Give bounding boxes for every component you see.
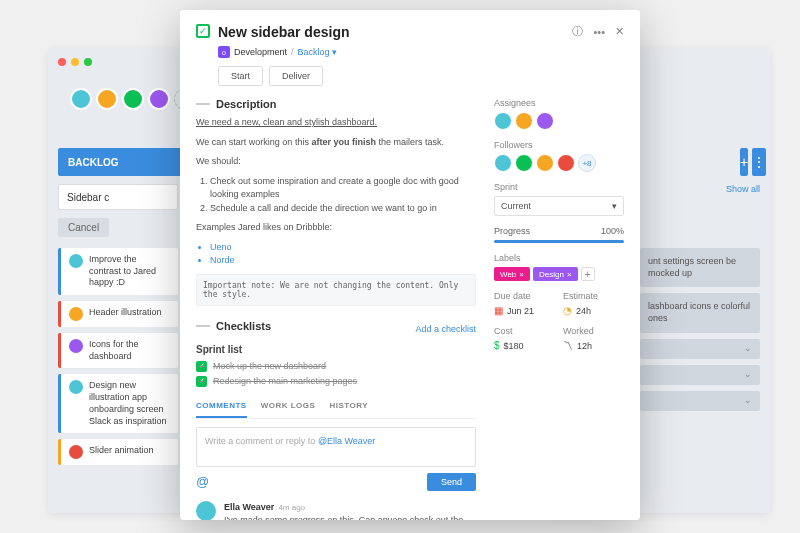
assignees-list[interactable]	[494, 112, 624, 130]
list-item-collapsed[interactable]: ⌄	[640, 391, 760, 411]
add-label-button[interactable]: +	[581, 267, 595, 281]
worked-label: Worked	[563, 326, 624, 336]
column-menu-button[interactable]: ⋮	[752, 148, 766, 176]
list-item[interactable]: Slider animation	[58, 439, 178, 465]
team-avatars: +	[70, 88, 196, 110]
search-input[interactable]	[58, 184, 178, 210]
info-icon[interactable]: ⓘ	[572, 24, 583, 39]
worked-value[interactable]: 〽12h	[563, 340, 624, 351]
checklist-name[interactable]: Sprint list	[196, 344, 476, 355]
mention-icon[interactable]: @	[196, 474, 209, 489]
checklists-heading: Checklists	[216, 320, 271, 332]
sprint-select[interactable]: Current▾	[494, 196, 624, 216]
avatar	[69, 307, 83, 321]
checkbox-icon[interactable]: ✓	[196, 376, 207, 387]
list-item[interactable]: lashboard icons e colorful ones	[640, 293, 760, 332]
list-item[interactable]: Icons for the dashboard	[58, 333, 178, 368]
avatar	[69, 380, 83, 394]
checklist-item[interactable]: ✓Redesign the main marketing pages	[196, 376, 476, 387]
followers-list[interactable]: +8	[494, 154, 624, 172]
checkbox-icon[interactable]: ✓	[196, 361, 207, 372]
chart-icon: 〽	[563, 340, 573, 351]
chevron-down-icon: ▾	[612, 201, 617, 211]
remove-icon[interactable]: ×	[567, 270, 572, 279]
comment-time: 4m ago	[278, 503, 305, 512]
task-complete-checkbox[interactable]: ✓	[196, 24, 210, 38]
list-item[interactable]: Improve the contrast to Jared happy :D	[58, 248, 178, 295]
tab-history[interactable]: HISTORY	[329, 401, 368, 418]
list-item[interactable]: Design new illustration app onboarding s…	[58, 374, 178, 433]
tab-worklogs[interactable]: WORK LOGS	[261, 401, 316, 418]
cost-value[interactable]: $$180	[494, 340, 555, 351]
progress-label: Progress	[494, 226, 530, 236]
deliver-button[interactable]: Deliver	[269, 66, 323, 86]
assignees-label: Assignees	[494, 98, 624, 108]
progress-bar	[494, 240, 624, 243]
add-checklist-link[interactable]: Add a checklist	[415, 324, 476, 334]
start-button[interactable]: Start	[218, 66, 263, 86]
comment-author[interactable]: Ella Weaver	[224, 502, 274, 512]
cost-label: Cost	[494, 326, 555, 336]
task-title[interactable]: New sidebar design	[218, 24, 349, 40]
project-badge: o	[218, 46, 230, 58]
show-all-link[interactable]: Show all	[726, 184, 760, 194]
calendar-icon: ▦	[494, 305, 503, 316]
progress-value: 100%	[601, 226, 624, 236]
duedate-value[interactable]: ▦Jun 21	[494, 305, 555, 316]
followers-label: Followers	[494, 140, 624, 150]
add-card-button[interactable]: +	[740, 148, 748, 176]
more-icon[interactable]: •••	[593, 26, 605, 38]
avatar	[69, 445, 83, 459]
dollar-icon: $	[494, 340, 500, 351]
window-controls	[58, 58, 92, 66]
clock-icon: ◔	[563, 305, 572, 316]
task-modal: ✓ New sidebar design ⓘ ••• ✕ o Developme…	[180, 10, 640, 520]
label-chip[interactable]: Design ×	[533, 267, 578, 281]
activity-tabs: COMMENTS WORK LOGS HISTORY	[196, 401, 476, 419]
estimate-value[interactable]: ◔24h	[563, 305, 624, 316]
send-button[interactable]: Send	[427, 473, 476, 491]
comment-input[interactable]: Write a comment or reply to @Ella Weaver	[196, 427, 476, 467]
estimate-label: Estimate	[563, 291, 624, 301]
label-chip[interactable]: Web ×	[494, 267, 530, 281]
labels-label: Labels	[494, 253, 624, 263]
comment-item: Ella Weaver4m ago I've made some progres…	[196, 501, 476, 521]
description-heading: Description	[216, 98, 277, 110]
section-icon	[196, 103, 210, 105]
list-item[interactable]: unt settings screen be mocked up	[640, 248, 760, 287]
checklist-item[interactable]: ✓Mock up the new dashboard	[196, 361, 476, 372]
status-link[interactable]: Backlog ▾	[298, 47, 338, 57]
avatar	[69, 339, 83, 353]
avatar	[196, 501, 216, 521]
tab-comments[interactable]: COMMENTS	[196, 401, 247, 418]
avatar	[69, 254, 83, 268]
description-content[interactable]: We need a new, clean and stylish dashboa…	[196, 116, 476, 306]
close-icon[interactable]: ✕	[615, 25, 624, 38]
list-item-collapsed[interactable]: ⌄	[640, 339, 760, 359]
sprint-label: Sprint	[494, 182, 624, 192]
project-name[interactable]: Development	[234, 47, 287, 57]
cancel-button[interactable]: Cancel	[58, 218, 109, 237]
list-item-collapsed[interactable]: ⌄	[640, 365, 760, 385]
list-item[interactable]: Header illustration	[58, 301, 178, 327]
duedate-label: Due date	[494, 291, 555, 301]
remove-icon[interactable]: ×	[519, 270, 524, 279]
